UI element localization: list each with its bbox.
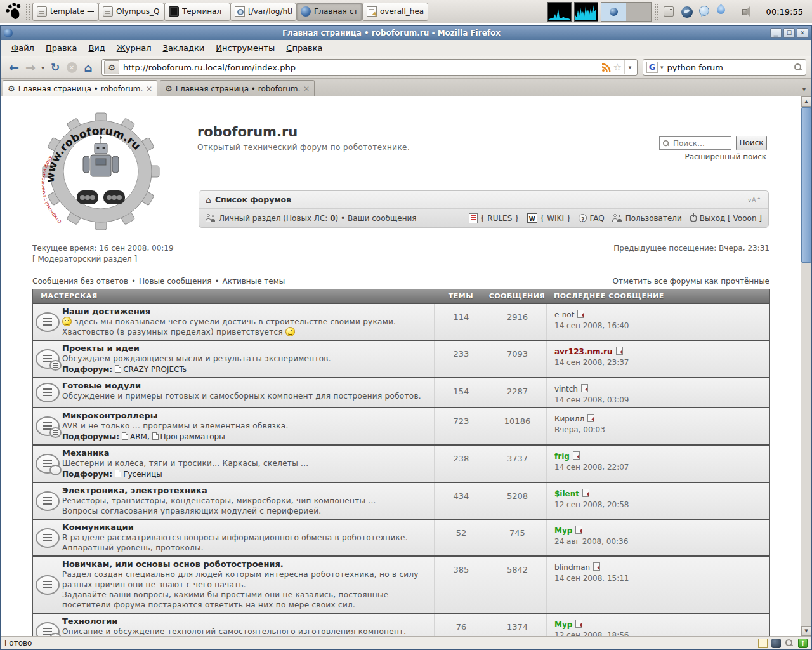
tab-close-icon[interactable]: ✕	[303, 84, 310, 93]
search-magnifier-icon[interactable]	[794, 63, 802, 72]
home-button[interactable]: ⌂	[80, 59, 96, 76]
panel-drag-handle-2[interactable]	[654, 3, 658, 20]
browser-app-icon[interactable]	[679, 4, 694, 19]
panel-drag-handle[interactable]	[25, 3, 30, 20]
forward-button[interactable]: →	[22, 59, 39, 76]
tab-close-icon[interactable]: ✕	[146, 84, 152, 93]
menu-item[interactable]: Журнал	[111, 41, 157, 55]
header-link[interactable]: FAQ	[579, 214, 604, 223]
panel-clock[interactable]: 00:19:55	[766, 7, 803, 17]
your-posts-link[interactable]: Ваши сообщения	[348, 214, 416, 223]
header-link[interactable]: Выход [ Vooon ]	[690, 214, 762, 223]
goto-last-post-icon[interactable]	[581, 384, 588, 392]
search-bar[interactable]: G ▾	[643, 59, 806, 76]
subforum-link[interactable]: Программаторы	[160, 432, 225, 441]
extension-dark-icon[interactable]	[771, 639, 781, 648]
forum-search-button[interactable]: Поиск	[736, 136, 767, 150]
tab-list-chevron-icon[interactable]: ▾	[802, 86, 809, 96]
menu-item[interactable]: Закладки	[157, 41, 211, 55]
last-post-user-link[interactable]: blindman	[554, 563, 590, 572]
water-drop-icon[interactable]	[714, 4, 730, 19]
url-dropdown-icon[interactable]: ▾	[624, 60, 635, 74]
system-monitor-applet-1[interactable]	[547, 2, 572, 22]
taskbar-window-button[interactable]: [/var/log/http...	[230, 3, 296, 21]
header-link[interactable]: { RULES }	[469, 213, 520, 223]
last-post-user-link[interactable]: frig	[554, 452, 570, 461]
forum-title-link[interactable]: Готовые модули	[62, 381, 429, 391]
menu-item[interactable]: Инструменты	[210, 41, 280, 55]
site-logo[interactable]: www.roboforum.ru Открытый технический фо…	[39, 107, 163, 241]
header-link[interactable]: { WIKI }	[527, 213, 572, 223]
scroll-down-icon[interactable]: ▼	[801, 626, 811, 636]
forum-title-link[interactable]: Технологии	[62, 616, 429, 627]
forum-title-link[interactable]: Механика	[62, 448, 429, 458]
minimize-button[interactable]: ▁	[770, 28, 782, 38]
menu-item[interactable]: Правка	[40, 41, 82, 55]
menu-item[interactable]: Файл	[6, 41, 40, 55]
quick-link[interactable]: Сообщения без ответов	[32, 277, 128, 286]
url-bar[interactable]: ⚙ ☆ ▾	[102, 59, 638, 76]
reload-button[interactable]: ↻	[47, 59, 63, 76]
forum-title-link[interactable]: Микроконтроллеры	[62, 411, 429, 421]
goto-last-post-icon[interactable]	[616, 347, 623, 355]
font-size-control[interactable]: vA^	[748, 197, 762, 203]
forum-title-link[interactable]: Коммуникации	[62, 522, 429, 533]
goto-last-post-icon[interactable]	[577, 310, 584, 318]
forum-title-link[interactable]: Наши достижения	[62, 307, 429, 317]
subforum-link[interactable]: ARM	[130, 432, 147, 441]
file-manager-icon[interactable]	[661, 4, 676, 19]
chat-app-icon[interactable]	[697, 4, 712, 19]
system-monitor-applet-2[interactable]	[574, 2, 598, 22]
forum-search-input[interactable]	[672, 138, 725, 149]
scrollbar-thumb[interactable]	[801, 107, 811, 263]
update-available-icon[interactable]: ↑	[798, 639, 808, 648]
board-index-link[interactable]: Список форумов	[215, 195, 291, 204]
menu-item[interactable]: Вид	[82, 41, 110, 55]
header-link[interactable]: Пользователи	[612, 214, 682, 223]
goto-last-post-icon[interactable]	[593, 562, 600, 571]
search-engine-dropdown-icon[interactable]: ▾	[660, 64, 664, 70]
close-button[interactable]: ✕	[797, 28, 808, 38]
workspace-2[interactable]	[626, 3, 651, 21]
advanced-search-link[interactable]: Расширенный поиск	[684, 152, 766, 161]
window-titlebar[interactable]: Главная страница • roboforum.ru - Mozill…	[1, 26, 811, 40]
forum-title-link[interactable]: Новичкам, или основы основ роботостроени…	[62, 559, 429, 569]
scroll-up-icon[interactable]: ▲	[801, 96, 811, 107]
quick-link[interactable]: Новые сообщения	[139, 277, 211, 286]
last-post-user-link[interactable]: Мур	[554, 620, 572, 629]
mark-forums-read-link[interactable]: Отметить все форумы как прочтённые	[612, 277, 769, 286]
taskbar-window-button[interactable]: Главная стр...	[296, 3, 362, 21]
forum-search-box[interactable]	[659, 136, 731, 150]
bookmark-star-icon[interactable]: ☆	[613, 62, 622, 73]
maximize-button[interactable]: ☐	[783, 28, 795, 38]
last-post-user-link[interactable]: Мур	[554, 526, 572, 535]
taskbar-window-button[interactable]: template — ...	[32, 3, 98, 21]
last-post-user-link[interactable]: Кирилл	[554, 415, 584, 423]
quick-link[interactable]: Активные темы	[223, 277, 285, 286]
rss-icon[interactable]	[601, 63, 611, 72]
history-dropdown-icon[interactable]: ▾	[39, 59, 47, 76]
subforum-link[interactable]: CRAZY PROJECTs	[123, 365, 187, 374]
menu-item[interactable]: Справка	[280, 41, 328, 55]
browser-tab[interactable]: ⚙Главная страница • roboforum…✕	[160, 80, 315, 96]
taskbar-window-button[interactable]: Olympus_Q...	[98, 3, 164, 21]
extension-page-icon[interactable]	[758, 639, 768, 648]
goto-last-post-icon[interactable]	[573, 451, 580, 460]
last-post-user-link[interactable]: e-not	[554, 310, 574, 319]
extension-magnifier-icon[interactable]	[785, 639, 794, 648]
volume-icon[interactable]	[741, 5, 755, 18]
gnome-menu-icon[interactable]	[4, 2, 23, 21]
goto-last-post-icon[interactable]	[575, 526, 582, 534]
goto-last-post-icon[interactable]	[582, 489, 589, 497]
goto-last-post-icon[interactable]	[587, 414, 594, 422]
vertical-scrollbar[interactable]: ▲ ▼	[801, 96, 811, 636]
last-post-user-link[interactable]: avr123.nm.ru	[554, 347, 613, 356]
last-post-user-link[interactable]: $ilent	[554, 489, 579, 498]
taskbar-window-button[interactable]: Терминал	[164, 3, 230, 21]
stop-button[interactable]: ✕	[63, 59, 80, 76]
moderator-section-link[interactable]: [ Модераторский раздел ]	[32, 255, 137, 263]
forum-title-link[interactable]: Проекты и идеи	[62, 343, 429, 354]
subforum-link[interactable]: Гусеницы	[123, 470, 162, 479]
private-messages-link[interactable]: Личный раздел (Новых ЛС: 0) •	[219, 214, 345, 223]
forum-title-link[interactable]: Электроника, электротехника	[62, 486, 429, 496]
